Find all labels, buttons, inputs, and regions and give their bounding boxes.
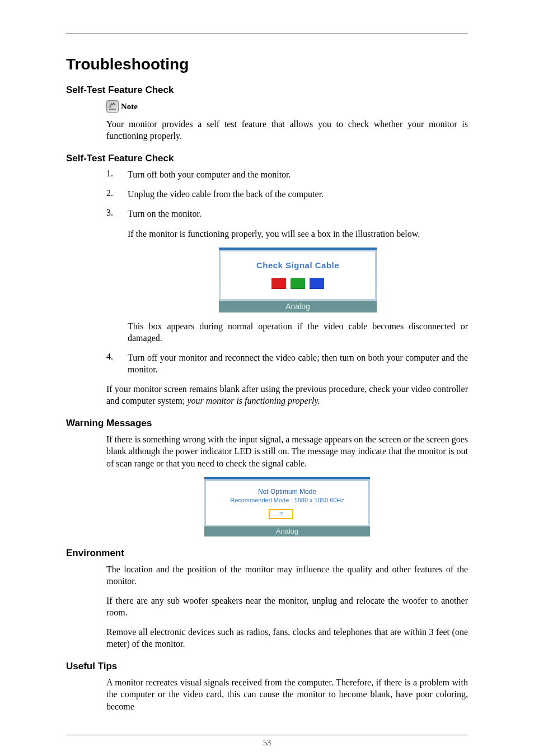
page-content: Troubleshooting Self-Test Feature Check … xyxy=(66,34,468,712)
osd-check-signal: Check Signal Cable Analog xyxy=(219,248,377,312)
osd2-footer: Analog xyxy=(204,526,370,536)
step-text: This box appears during normal operation… xyxy=(128,320,468,344)
osd2-title: Not Optimum Mode xyxy=(212,488,363,496)
step-text: Turn off your monitor and reconnect the … xyxy=(128,352,468,375)
step-number: 3. xyxy=(106,208,116,343)
note-block: Note Your monitor provides a self test f… xyxy=(106,100,468,142)
warning-body: If there is something wrong with the inp… xyxy=(106,433,468,469)
note-icon xyxy=(106,100,119,113)
heading-warning: Warning Messages xyxy=(66,418,468,429)
step-number: 4. xyxy=(106,352,116,375)
step-number: 1. xyxy=(106,169,116,180)
osd2-subtitle: Recommended Mode : 1680 x 1050 60Hz xyxy=(212,497,363,503)
color-swatch-green xyxy=(291,278,305,289)
step-text: Turn off both your computer and the moni… xyxy=(128,169,468,180)
note-label: Note xyxy=(121,102,138,111)
osd-message: Check Signal Cable xyxy=(232,260,364,270)
self-test-steps: 1. Turn off both your computer and the m… xyxy=(106,169,468,375)
osd2-button: ? xyxy=(269,509,293,519)
environment-p: If there are any sub woofer speakers nea… xyxy=(106,595,468,618)
environment-p: The location and the position of the mon… xyxy=(106,563,468,587)
tips-p: A monitor recreates visual signals recei… xyxy=(106,676,468,712)
page-footer: 53 xyxy=(66,726,468,748)
heading-self-test-1: Self-Test Feature Check xyxy=(66,85,468,96)
step-text: Turn on the monitor. xyxy=(128,208,468,220)
osd-footer: Analog xyxy=(219,301,377,312)
heading-environment: Environment xyxy=(66,548,468,559)
page-number: 53 xyxy=(66,739,468,748)
step-text: If the monitor is functioning properly, … xyxy=(128,228,468,240)
note-body: Your monitor provides a self test featur… xyxy=(106,118,468,142)
color-swatch-blue xyxy=(310,278,324,289)
step-number: 2. xyxy=(106,188,116,200)
step-text: Unplug the video cable from the back of … xyxy=(128,188,468,200)
color-swatch-red xyxy=(271,278,286,289)
rule-bottom xyxy=(66,735,468,735)
page-title: Troubleshooting xyxy=(66,55,468,73)
heading-useful-tips: Useful Tips xyxy=(66,661,468,672)
environment-p: Remove all electronic devices such as ra… xyxy=(106,626,468,650)
rule-top xyxy=(66,34,468,34)
osd-not-optimum: Not Optimum Mode Recommended Mode : 1680… xyxy=(204,477,370,536)
after-list-text: If your monitor screen remains blank aft… xyxy=(106,383,468,407)
heading-self-test-2: Self-Test Feature Check xyxy=(66,153,468,164)
